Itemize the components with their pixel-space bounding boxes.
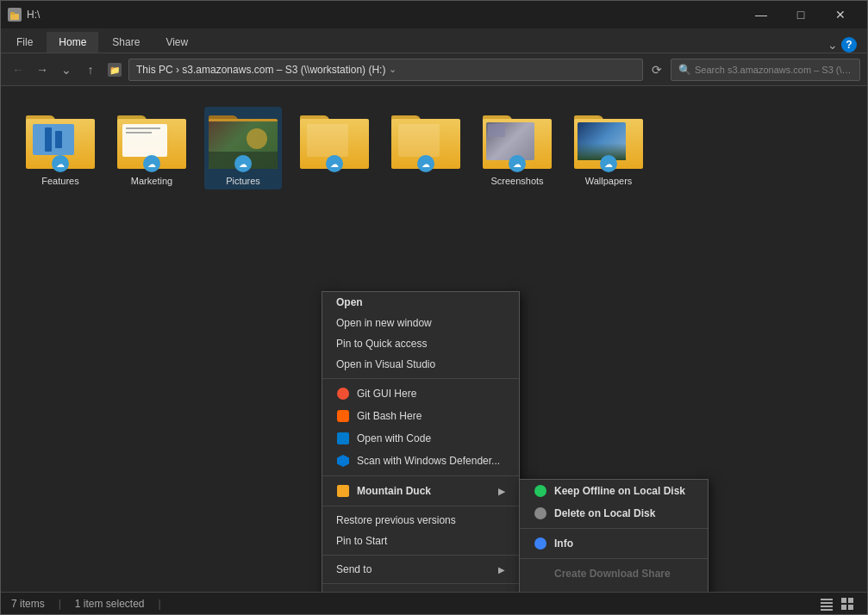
git-gui-label: Git GUI Here — [357, 388, 416, 400]
back-button[interactable]: ← — [8, 59, 28, 80]
refresh-button[interactable]: ⟳ — [646, 59, 667, 80]
sub-create-download-share: Create Download Share — [520, 562, 708, 585]
folder-features[interactable]: ☁ Features — [22, 107, 99, 189]
context-item-pin-start[interactable]: Pin to Start — [322, 531, 519, 551]
folder-5[interactable]: ☁ — [387, 107, 465, 189]
separator-5 — [322, 583, 519, 584]
git-gui-icon — [336, 387, 350, 401]
scan-defender-label: Scan with Windows Defender... — [357, 455, 500, 467]
restore-previous-label: Restore previous versions — [336, 514, 456, 526]
cloud-badge: ☁ — [326, 155, 343, 172]
submenu-arrow: ▶ — [498, 487, 505, 496]
minimize-button[interactable]: — — [741, 1, 781, 28]
cloud-badge: ☁ — [234, 155, 252, 172]
history-button[interactable]: ⌄ — [56, 59, 77, 80]
separator-1 — [322, 378, 519, 379]
folder-marketing[interactable]: ☁ Marketing — [113, 107, 190, 189]
open-vs-label: Open in Visual Studio — [336, 358, 435, 370]
info-label: Info — [554, 537, 573, 550]
maximize-button[interactable]: □ — [781, 1, 821, 28]
context-item-restore-previous[interactable]: Restore previous versions — [322, 510, 519, 531]
context-item-cut[interactable]: Cut — [322, 587, 519, 592]
search-icon: 🔍 — [678, 64, 691, 76]
status-bar: 7 items | 1 item selected | — [1, 592, 867, 614]
defender-icon — [336, 454, 350, 468]
open-code-label: Open with Code — [357, 432, 431, 444]
file-grid: ☁ Features ☁ Marketing — [1, 86, 867, 210]
forward-button[interactable]: → — [32, 59, 53, 80]
svg-rect-6 — [821, 599, 833, 600]
cloud-badge: ☁ — [509, 155, 526, 172]
svg-rect-0 — [10, 14, 19, 20]
separator-2 — [322, 475, 519, 476]
tab-view[interactable]: View — [153, 32, 200, 53]
up-button[interactable]: ↑ — [80, 59, 101, 80]
tab-file[interactable]: File — [4, 32, 45, 53]
context-item-open-new-window[interactable]: Open in new window — [322, 313, 519, 333]
tab-share[interactable]: Share — [100, 32, 152, 53]
separator-4 — [322, 555, 519, 556]
folder-icon-features: ☁ — [26, 110, 95, 169]
sub-sep-2 — [520, 558, 708, 559]
close-button[interactable]: ✕ — [821, 1, 860, 28]
cloud-badge: ☁ — [417, 155, 434, 172]
sub-delete-local[interactable]: Delete on Local Disk — [520, 502, 708, 525]
ribbon-tabs: File Home Share View ⌄ ? — [1, 28, 867, 53]
window-icon — [8, 8, 22, 22]
folder-wallpapers[interactable]: ☁ Wallpapers — [570, 107, 647, 189]
context-item-open[interactable]: Open — [322, 292, 519, 313]
item-count: 7 items — [11, 598, 45, 610]
search-placeholder: Search s3.amazonaws.com – S3 (\\workstat… — [695, 65, 852, 75]
create-download-share-label: Create Download Share — [554, 568, 671, 580]
send-to-label: Send to — [336, 563, 372, 575]
address-chevron: ⌄ — [389, 64, 397, 75]
folder-4[interactable]: ☁ — [296, 107, 373, 189]
main-content: ☁ Features ☁ Marketing — [1, 86, 867, 592]
vscode-icon — [336, 432, 350, 445]
location-icon: 📁 — [104, 59, 125, 80]
address-bar: ← → ⌄ ↑ 📁 This PC › s3.amazonaws.com – S… — [1, 53, 867, 86]
cloud-badge: ☁ — [600, 155, 617, 172]
svg-rect-11 — [848, 598, 853, 603]
svg-rect-1 — [10, 12, 15, 15]
folder-label-wallpapers: Wallpapers — [585, 176, 633, 186]
context-item-git-bash[interactable]: Git Bash Here — [322, 405, 519, 427]
folder-icon-screenshots: ☁ — [483, 110, 552, 169]
folder-pictures[interactable]: ☁ Pictures — [204, 107, 282, 189]
status-separator-1: | — [59, 598, 61, 610]
sub-create-upload-share: Create Upload Share — [520, 585, 708, 592]
send-to-arrow: ▶ — [498, 565, 505, 575]
context-item-mountain-duck[interactable]: Mountain Duck ▶ Keep Offline on Local Di… — [322, 480, 519, 502]
context-item-pin-quick[interactable]: Pin to Quick access — [322, 333, 519, 354]
gray-circle-icon — [534, 506, 547, 520]
folder-icon-wallpapers: ☁ — [574, 110, 643, 169]
pin-quick-label: Pin to Quick access — [336, 338, 427, 350]
mountain-duck-label: Mountain Duck — [357, 485, 431, 497]
large-icons-view-button[interactable] — [838, 594, 857, 613]
git-bash-icon — [336, 409, 350, 423]
address-input[interactable]: This PC › s3.amazonaws.com – S3 (\\works… — [128, 59, 643, 81]
svg-rect-8 — [821, 606, 833, 607]
help-icon[interactable]: ? — [841, 37, 857, 53]
explorer-window: H:\ — □ ✕ File Home Share View ⌄ ? ← → ⌄… — [0, 0, 868, 615]
context-item-open-code[interactable]: Open with Code — [322, 427, 519, 450]
tab-home[interactable]: Home — [47, 32, 98, 53]
folder-screenshots[interactable]: ☁ Screenshots — [478, 107, 556, 189]
folder-label-marketing: Marketing — [131, 176, 172, 186]
context-item-scan-defender[interactable]: Scan with Windows Defender... — [322, 450, 519, 472]
ribbon-expand[interactable]: ⌄ ? — [821, 37, 864, 53]
search-box[interactable]: 🔍 Search s3.amazonaws.com – S3 (\\workst… — [671, 59, 860, 81]
svg-rect-10 — [841, 598, 846, 603]
sub-keep-offline[interactable]: Keep Offline on Local Disk — [520, 480, 708, 502]
chevron-down-icon: ⌄ — [827, 38, 838, 52]
sub-info[interactable]: Info — [520, 532, 708, 555]
context-item-git-gui[interactable]: Git GUI Here — [322, 382, 519, 405]
context-item-open-vs[interactable]: Open in Visual Studio — [322, 354, 519, 375]
folder-label-screenshots: Screenshots — [490, 176, 543, 186]
details-view-button[interactable] — [817, 594, 836, 613]
cloud-badge: ☁ — [143, 155, 160, 172]
folder-label-pictures: Pictures — [226, 176, 260, 186]
pin-start-label: Pin to Start — [336, 535, 387, 547]
context-item-send-to[interactable]: Send to ▶ — [322, 559, 519, 580]
context-submenu-mountain-duck: Keep Offline on Local Disk Delete on Loc… — [519, 479, 709, 592]
